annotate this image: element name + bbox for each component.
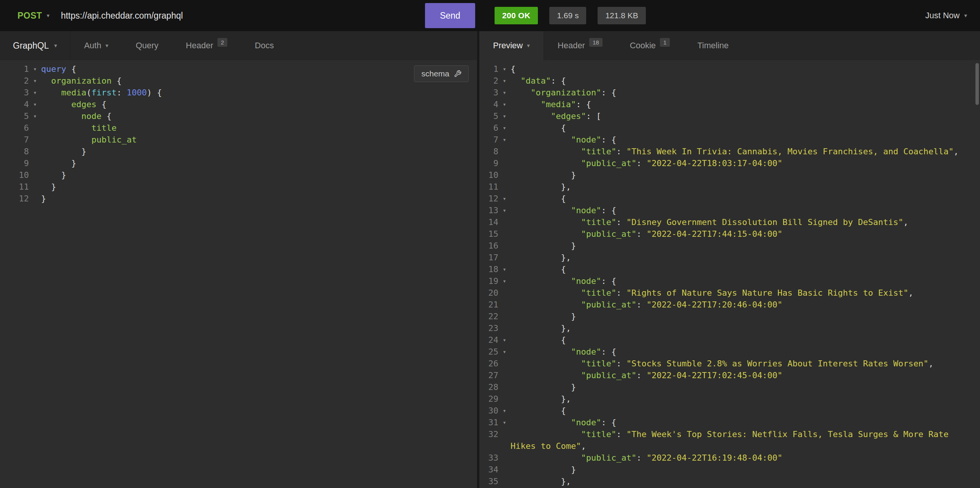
fold-caret-icon[interactable]: ▾ xyxy=(498,134,511,146)
fold-caret-icon[interactable]: ▾ xyxy=(498,346,511,358)
tab-row: GraphQL ▾ Auth ▾ Query Header 2 Docs Pre… xyxy=(0,31,980,60)
fold-caret-icon[interactable]: ▾ xyxy=(498,416,511,428)
tab-docs[interactable]: Docs xyxy=(241,31,287,60)
fold-caret-icon[interactable]: ▾ xyxy=(29,99,41,110)
line-number: 23 xyxy=(479,322,498,334)
tab-preview[interactable]: Preview ▾ xyxy=(479,31,544,60)
graphql-query-code: 1▾query {2▾ organization {3▾ media(first… xyxy=(0,63,477,205)
code-text: { xyxy=(511,63,980,75)
code-line: 14 "title": "Disney Government Dissoluti… xyxy=(479,216,980,228)
code-line: 35 }, xyxy=(479,475,980,487)
code-text: "node": { xyxy=(511,416,980,428)
code-line: 22 } xyxy=(479,310,980,322)
code-text: }, xyxy=(511,251,980,263)
fold-caret-icon[interactable]: ▾ xyxy=(498,193,511,205)
fold-caret-icon[interactable]: ▾ xyxy=(498,110,511,122)
tab-label: Header xyxy=(186,41,213,51)
schema-button-label: schema xyxy=(421,69,449,78)
code-line: 25▾ "node": { xyxy=(479,346,980,358)
line-number: 26 xyxy=(479,358,498,369)
chevron-down-icon: ▾ xyxy=(527,42,530,49)
topbar: POST ▾ https://api.cheddar.com/graphql S… xyxy=(0,0,980,31)
line-number: 7 xyxy=(479,134,498,146)
code-line: 19▾ "node": { xyxy=(479,275,980,287)
tab-label: Docs xyxy=(255,41,274,51)
code-line: 1▾{ xyxy=(479,63,980,75)
line-number: 6 xyxy=(0,122,29,134)
response-preview-editor[interactable]: 1▾{2▾ "data": {3▾ "organization": {4▾ "m… xyxy=(479,60,980,488)
code-text: "node": { xyxy=(511,205,980,216)
request-body-editor[interactable]: schema 1▾query {2▾ organization {3▾ medi… xyxy=(0,60,477,488)
wrench-icon xyxy=(454,70,461,78)
line-number: 30 xyxy=(479,405,498,416)
scrollbar-thumb[interactable] xyxy=(975,63,979,105)
request-url-bar: POST ▾ https://api.cheddar.com/graphql S… xyxy=(0,0,477,31)
code-text: "public_at": "2022-04-22T17:02:45-04:00" xyxy=(511,369,980,381)
code-line: 12▾ { xyxy=(479,193,980,205)
code-line: 11 }, xyxy=(479,181,980,193)
line-number: 8 xyxy=(0,146,29,157)
schema-button[interactable]: schema xyxy=(414,65,469,82)
method-dropdown[interactable]: POST ▾ xyxy=(18,11,49,21)
fold-caret-icon[interactable]: ▾ xyxy=(498,263,511,275)
body-type-dropdown[interactable]: GraphQL ▾ xyxy=(0,31,70,60)
code-line: 8 "title": "This Week In Trivia: Cannabi… xyxy=(479,146,980,157)
method-label: POST xyxy=(18,11,42,21)
tab-auth[interactable]: Auth ▾ xyxy=(70,31,122,60)
main-area: schema 1▾query {2▾ organization {3▾ medi… xyxy=(0,60,980,488)
code-text: public_at xyxy=(41,134,477,146)
code-text: "public_at": "2022-04-22T17:20:46-04:00" xyxy=(511,299,980,310)
response-history-dropdown[interactable]: Just Now ▾ xyxy=(925,11,967,21)
line-number: 3 xyxy=(479,87,498,99)
code-line: 21 "public_at": "2022-04-22T17:20:46-04:… xyxy=(479,299,980,310)
fold-caret-icon[interactable]: ▾ xyxy=(498,405,511,416)
response-tabs: Preview ▾ Header 18 Cookie 1 Timeline xyxy=(479,31,980,60)
code-line: 30▾ { xyxy=(479,405,980,416)
request-tabs: GraphQL ▾ Auth ▾ Query Header 2 Docs xyxy=(0,31,477,60)
code-text: "title": "Rights of Nature Says Nature H… xyxy=(511,287,980,299)
tab-response-header[interactable]: Header 18 xyxy=(544,31,616,60)
code-text: "public_at": "2022-04-22T16:19:48-04:00" xyxy=(511,452,980,464)
fold-caret-icon[interactable]: ▾ xyxy=(29,75,41,87)
code-text: }, xyxy=(511,475,980,487)
code-line: 27 "public_at": "2022-04-22T17:02:45-04:… xyxy=(479,369,980,381)
code-line: 15 "public_at": "2022-04-22T17:44:15-04:… xyxy=(479,228,980,240)
line-number: 5 xyxy=(0,110,29,122)
line-number: 10 xyxy=(479,169,498,181)
fold-caret-icon[interactable]: ▾ xyxy=(29,110,41,122)
code-line: 26 "title": "Stocks Stumble 2.8% as Worr… xyxy=(479,358,980,369)
code-text: node { xyxy=(41,110,477,122)
line-number: 3 xyxy=(0,87,29,99)
line-number: 18 xyxy=(479,263,498,275)
fold-caret-icon[interactable]: ▾ xyxy=(29,63,41,75)
fold-caret-icon[interactable]: ▾ xyxy=(498,275,511,287)
tab-query[interactable]: Query xyxy=(122,31,172,60)
tab-header[interactable]: Header 2 xyxy=(172,31,242,60)
line-number: 15 xyxy=(479,228,498,240)
url-input[interactable]: https://api.cheddar.com/graphql xyxy=(61,11,425,21)
code-text: "node": { xyxy=(511,346,980,358)
code-line: 3▾ media(first: 1000) { xyxy=(0,87,477,99)
code-text: organization { xyxy=(41,75,477,87)
line-number: 10 xyxy=(0,169,29,181)
tab-cookie[interactable]: Cookie 1 xyxy=(616,31,684,60)
code-line: 23 }, xyxy=(479,322,980,334)
tab-label: Timeline xyxy=(697,41,729,51)
line-number: 1 xyxy=(479,63,498,75)
tab-timeline[interactable]: Timeline xyxy=(684,31,742,60)
code-text: } xyxy=(41,157,477,169)
code-text: "title": "The Week's Top Stories: Netfli… xyxy=(511,428,980,452)
fold-caret-icon[interactable]: ▾ xyxy=(498,99,511,110)
fold-caret-icon[interactable]: ▾ xyxy=(498,334,511,346)
fold-caret-icon[interactable]: ▾ xyxy=(498,122,511,134)
line-number: 1 xyxy=(0,63,29,75)
line-number: 32 xyxy=(479,428,498,440)
fold-caret-icon[interactable]: ▾ xyxy=(498,87,511,99)
fold-caret-icon[interactable]: ▾ xyxy=(498,63,511,75)
fold-caret-icon[interactable]: ▾ xyxy=(498,205,511,216)
code-line: 11 } xyxy=(0,181,477,193)
history-label: Just Now xyxy=(925,11,959,21)
fold-caret-icon[interactable]: ▾ xyxy=(498,75,511,87)
send-button[interactable]: Send xyxy=(425,3,475,28)
fold-caret-icon[interactable]: ▾ xyxy=(29,87,41,99)
